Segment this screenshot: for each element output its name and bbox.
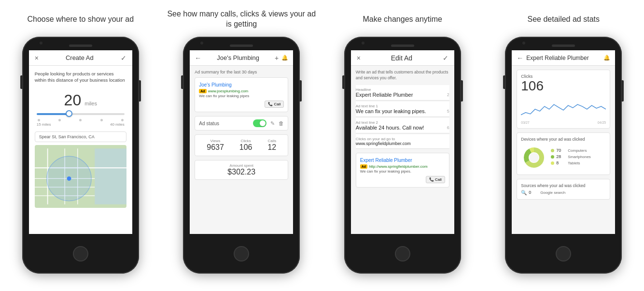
legend-dot-smartphones — [551, 155, 554, 159]
screen-stats: ← Expert Reliable Plumber 🔔 Clicks 106 0… — [512, 50, 615, 234]
panel-ad-stats: See detailed ad stats ← Expert Reliable … — [483, 0, 644, 291]
adtext2-label: Ad text line 2 — [356, 120, 449, 125]
edit-icon[interactable]: ✎ — [270, 120, 275, 127]
slider-dot — [100, 119, 103, 121]
phone-bottom-4 — [505, 234, 622, 274]
amount-label: Amount spent — [198, 163, 285, 168]
phone-2: ← Joe's Plumbing + 🔔 Ad summary for the … — [183, 37, 300, 274]
trash-icon[interactable]: 🗑 — [279, 120, 284, 126]
plus-icon[interactable]: + — [275, 54, 279, 62]
home-button-1[interactable] — [73, 246, 88, 262]
devices-section: Devices where your ad was clicked — [517, 132, 610, 175]
ad-url: www.joesplumbing.com — [208, 89, 249, 93]
phone-bottom-3 — [344, 234, 461, 274]
legend-dot-computers — [551, 149, 554, 152]
bell-icon-4[interactable]: 🔔 — [603, 55, 610, 61]
headline-label: Headline — [356, 87, 449, 92]
devices-legend: 70 Computers 28 Smartphones 8 — [551, 148, 606, 167]
map-svg — [35, 145, 126, 208]
slider-min-label: 15 miles — [37, 122, 51, 127]
ad-status-toggle[interactable] — [253, 119, 266, 127]
radius-slider-container: 15 miles 40 miles — [35, 113, 126, 127]
phone-4: ← Expert Reliable Plumber 🔔 Clicks 106 0… — [505, 37, 622, 274]
joes-plumbing-title: Joe's Plumbing — [204, 54, 272, 61]
phone-camera-3 — [362, 42, 364, 44]
bell-icon[interactable]: 🔔 — [281, 55, 288, 61]
svg-point-10 — [67, 176, 71, 181]
close-icon[interactable]: × — [35, 54, 39, 62]
ad-badge: Ad — [199, 89, 206, 93]
preview-card: Expert Reliable Plumber Ad http://www.sp… — [356, 153, 449, 188]
screen-create-ad: × Create Ad ✓ People looking for product… — [29, 50, 132, 234]
slider-dot — [121, 119, 124, 121]
url-field[interactable]: Clicks on your ad go to www.springfieldp… — [356, 134, 449, 149]
panel-choose-location: Choose where to show your ad × Create Ad… — [0, 0, 161, 291]
stats-body: Clicks 106 03/27 04/25 Devices where you… — [512, 66, 615, 204]
phone-1: × Create Ad ✓ People looking for product… — [22, 37, 139, 274]
adtext2-field[interactable]: Ad text line 2 Available 24 hours. Call … — [356, 118, 449, 133]
ad-card-2: Joe's Plumbing Ad www.joesplumbing.com W… — [195, 77, 288, 112]
slider-dots — [37, 119, 125, 121]
edit-ad-header: × Edit Ad ✓ — [351, 50, 454, 66]
miles-display: 20 miles — [35, 91, 126, 109]
edit-ad-body: Write an ad that tells customers about t… — [351, 66, 454, 191]
call-button[interactable]: 📞 Call — [265, 101, 284, 108]
sources-section: Sources where your ad was clicked 🔍 0 Go… — [517, 179, 610, 200]
back-icon-4[interactable]: ← — [517, 54, 523, 62]
edit-ad-title: Edit Ad — [391, 54, 412, 62]
devices-content: 70 Computers 28 Smartphones 8 — [521, 145, 606, 171]
clicks-value: 106 — [239, 143, 252, 152]
slider-track[interactable] — [37, 113, 125, 115]
headline-field[interactable]: Headline Expert Reliable Plumber 2 — [356, 85, 449, 101]
phone-bottom-2 — [183, 234, 300, 274]
legend-dot-tablets — [551, 161, 554, 165]
joes-plumbing-body: Ad summary for the last 30 days Joe's Pl… — [190, 66, 293, 184]
chart-date-end: 04/25 — [598, 121, 606, 124]
phone-top-bar-4 — [505, 37, 622, 50]
create-ad-title: Create Ad — [66, 54, 94, 61]
phone-speaker-4 — [552, 44, 575, 47]
legend-label-smartphones: Smartphones — [568, 155, 591, 159]
legend-label-tablets: Tablets — [568, 161, 580, 165]
back-icon[interactable]: ← — [195, 54, 201, 62]
phone-bottom-1 — [22, 234, 139, 274]
legend-computers: 70 Computers — [551, 148, 606, 153]
slider-dot — [38, 119, 40, 121]
phone-3: × Edit Ad ✓ Write an ad that tells custo… — [344, 37, 461, 274]
create-ad-description: People looking for products or services … — [35, 71, 126, 84]
ad-status-row: Ad status ✎ 🗑 — [195, 116, 288, 131]
close-icon-3[interactable]: × — [357, 54, 361, 62]
adtext1-label: Ad text line 1 — [356, 104, 449, 108]
ad-card-footer: 📞 Call — [199, 101, 284, 108]
chart-date-start: 03/27 — [521, 121, 530, 124]
check-icon[interactable]: ✓ — [121, 54, 126, 62]
check-icon-3[interactable]: ✓ — [443, 54, 448, 62]
url-value: www.springfieldplumber.com — [356, 141, 449, 146]
calls-label: Calls — [267, 139, 276, 143]
phone-camera-1 — [40, 42, 42, 44]
ad-text-line1: We can fix your leaking pipes — [199, 93, 284, 99]
home-button-3[interactable] — [395, 246, 410, 262]
home-button-4[interactable] — [556, 246, 571, 262]
legend-tablets: 8 Tablets — [551, 160, 606, 165]
preview-badge: Ad — [360, 164, 367, 169]
address-field[interactable]: Spear St, San Francisco, CA — [35, 131, 126, 142]
adtext1-field[interactable]: Ad text line 1 We can fix your leaking p… — [356, 102, 449, 117]
legend-smartphones: 28 Smartphones — [551, 154, 606, 159]
sources-label: Google search — [540, 190, 565, 195]
ad-card-url-row: Ad www.joesplumbing.com — [199, 87, 284, 93]
create-ad-header: × Create Ad ✓ — [29, 50, 132, 66]
url-label: Clicks on your ad go to — [356, 137, 449, 141]
panel2-caption: See how many calls, clicks & views your … — [165, 7, 319, 32]
home-button-2[interactable] — [234, 246, 249, 262]
svg-rect-1 — [95, 148, 126, 204]
panel-calls-clicks: See how many calls, clicks & views your … — [161, 0, 322, 291]
sources-row: 🔍 0 Google search — [521, 190, 606, 195]
panel4-caption: See detailed ad stats — [528, 7, 600, 32]
slider-thumb[interactable] — [66, 110, 72, 117]
legend-num-computers: 70 — [556, 148, 566, 153]
preview-call-button[interactable]: 📞 Call — [426, 176, 445, 183]
phone-camera-4 — [522, 42, 525, 44]
map-view — [35, 145, 126, 208]
preview-name-row: Expert Reliable Plumber — [360, 157, 445, 163]
